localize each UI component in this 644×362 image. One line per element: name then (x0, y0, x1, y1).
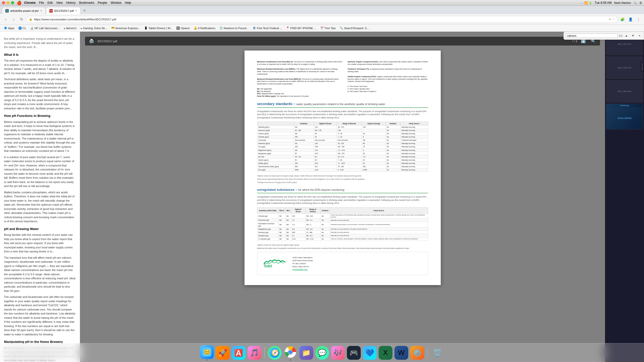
launchpad-icon[interactable]: 🚀 (216, 346, 230, 360)
trash-icon[interactable]: 🗑️ (430, 346, 444, 360)
menu-bookmarks[interactable]: Bookmarks (79, 1, 94, 5)
new-tab-button[interactable]: + (81, 7, 88, 14)
tab-article[interactable]: 🌐 article/the-power-of-ph/ × (2, 7, 46, 14)
menu-people[interactable]: People (98, 1, 107, 5)
apple-menu-icon[interactable]: 🍎 (17, 1, 22, 5)
app2-icon[interactable]: 💙 (363, 346, 377, 360)
dock-messages[interactable]: 💬 (315, 346, 329, 360)
pdf-page-info: 7 / 8 (572, 40, 577, 43)
dock-more[interactable]: ⚙️ (410, 346, 424, 360)
pdf-print-button[interactable]: 🖨️ (88, 38, 96, 44)
dock-safari[interactable]: 🧭 (268, 346, 281, 360)
bookmark-newtons[interactable]: ⚖️ Newtons to Pound... (218, 26, 250, 30)
dock-files[interactable]: 📁 (299, 346, 313, 360)
bookmark-apps[interactable]: 🔷 Apps (2, 26, 16, 30)
bookmark-searchtempest-icon: 🔍 (340, 26, 343, 30)
traffic-lights[interactable] (2, 1, 14, 4)
table-row: Chloride (ppm)250181 - 208NoNaturally oc… (257, 135, 428, 139)
minimize-button[interactable] (7, 1, 10, 4)
dock-music[interactable]: 🎵 (248, 346, 261, 360)
table-col-highest: Highest* Result (314, 122, 337, 125)
table-row: Alkalinity (ppm)NA21439 - 214120NoNatura… (257, 125, 428, 129)
extensions-button[interactable]: 🧩 (619, 16, 626, 23)
more-icon[interactable]: ⚙️ (410, 346, 424, 360)
tab-close-pdf[interactable]: × (75, 9, 77, 13)
pdf-panel[interactable]: 🖨️ IDCCR2017.pdf 7 / 8 ⬇️ 🔍 Maximum Cont… (80, 32, 605, 362)
dock-word[interactable]: W (394, 346, 408, 360)
dock-launchpad[interactable]: 🚀 (216, 346, 230, 360)
menu-edit[interactable]: Edit (48, 1, 53, 5)
safari-icon[interactable]: 🧭 (268, 346, 281, 360)
menu-chrome[interactable]: Chrome (24, 1, 35, 5)
bookmark-searchtempest[interactable]: 🔍 SearchTempest: S... (338, 26, 371, 30)
spotlight-icon[interactable]: 🔍 (633, 1, 637, 5)
menu-history[interactable]: History (66, 1, 75, 5)
dock-excel[interactable]: X (379, 346, 392, 360)
thumb-img3[interactable]: IMG_1660.JPG (606, 80, 643, 103)
menu-window[interactable]: Window (111, 1, 122, 5)
find-close-button[interactable]: × (637, 33, 642, 38)
forward-button[interactable]: › (10, 16, 17, 23)
itunes-icon[interactable]: 🎶 (331, 346, 345, 360)
thumb-img2[interactable]: IMG_1128.JPG (606, 56, 643, 79)
bookmark-notifications[interactable]: 🔔 0 Notifications (192, 26, 217, 30)
music-icon[interactable]: 🎵 (248, 346, 261, 360)
menu-button[interactable]: ⋮ (635, 16, 642, 23)
tab-favicon-pdf: PDF (49, 9, 53, 13)
excel-icon[interactable]: X (379, 346, 392, 360)
steam-icon[interactable]: 🎮 (347, 346, 361, 360)
finder-icon[interactable]: 😊 (200, 345, 214, 359)
table-col-guideline: Guideline (294, 122, 314, 125)
bookmark-tablet[interactable]: 📱 Tablet Drivers | W... (142, 26, 174, 30)
svg-text:SUEZ: SUEZ (264, 264, 272, 268)
bookmark-searchtempest-label: SearchTempest: S... (344, 27, 369, 30)
dock-itunes[interactable]: 🎶 (331, 346, 345, 360)
customize-icon[interactable]: ⋮ (612, 18, 615, 21)
bookmark-trimtips[interactable]: ✂️ Trim Tips (318, 26, 338, 30)
dock-chrome[interactable] (284, 345, 297, 360)
close-button[interactable] (2, 1, 5, 4)
messages-icon[interactable]: 💬 (315, 346, 329, 360)
menu-help[interactable]: Help (125, 1, 131, 5)
reload-button[interactable]: ↻ (18, 16, 25, 23)
back-button[interactable]: ‹ (2, 16, 9, 23)
word-icon[interactable]: W (394, 346, 408, 360)
bookmark-firsttech[interactable]: 🏦 First Tech Federal ... (251, 26, 284, 30)
pdf-unreg-note: *Highest results are based upon the high… (257, 244, 428, 246)
bookmark-icon[interactable]: ☆ (609, 18, 611, 21)
bookmark-findmyphone[interactable]: 📍 FIND MY IPHONE ... (284, 26, 318, 30)
fullscreen-button[interactable] (11, 1, 14, 4)
suez-url[interactable]: mysuezwater.com (293, 268, 308, 270)
address-bar[interactable]: 🔒 https://www.mysuezwater.com/sites/defa… (26, 16, 618, 23)
bookmark-gaming[interactable]: ⬥ Gaming, Extra Str... (79, 26, 109, 30)
files-icon[interactable]: 📁 (299, 346, 313, 360)
dock-finder[interactable]: 😊 (200, 345, 214, 360)
bookmark-cl[interactable]: CL (17, 26, 28, 30)
bookmark-opasui[interactable]: OpasuI (175, 26, 191, 30)
menu-file[interactable]: File (39, 1, 44, 5)
tab-pdf[interactable]: PDF IDCCR2017.pdf × (46, 7, 80, 14)
article-para-6: Being familiar with the mineral content … (4, 233, 76, 254)
thumb-challenge[interactable]: Challenge CHALLENGE (606, 104, 643, 129)
table-col-violation: Violation (386, 122, 400, 125)
dock-app2[interactable]: 💙 (363, 346, 377, 360)
notification-center-icon[interactable]: ☰ (639, 1, 642, 5)
table-row: Calcium (ppm)NA489 - 4834NoNaturally occ… (257, 132, 428, 135)
find-input[interactable] (565, 33, 618, 38)
find-prev-button[interactable]: ▲ (624, 33, 629, 38)
appstore-icon[interactable]: 🅰️ (232, 346, 246, 360)
bookmark-demons[interactable]: ⬥ demon's (62, 26, 78, 30)
tab-close-article[interactable]: × (40, 9, 42, 13)
find-next-button[interactable]: ▼ (630, 33, 636, 38)
dock-appstore[interactable]: 🅰️ (232, 346, 246, 360)
bookmark-hf[interactable]: 🔬 HF Lab Vancouver... (28, 26, 61, 30)
profile-button[interactable]: 👤 (627, 16, 634, 23)
menu-view[interactable]: View (56, 1, 63, 5)
bookmark-findmyphone-label: FIND MY IPHONE ... (290, 27, 316, 30)
bookmark-amex[interactable]: 💳 American Express... (109, 26, 142, 30)
dock-steam[interactable]: 🎮 (347, 346, 361, 360)
table-col-substance (257, 122, 294, 125)
dock-divider-1 (264, 347, 265, 358)
chrome-icon[interactable] (284, 345, 297, 359)
dock-trash[interactable]: 🗑️ (430, 346, 444, 360)
